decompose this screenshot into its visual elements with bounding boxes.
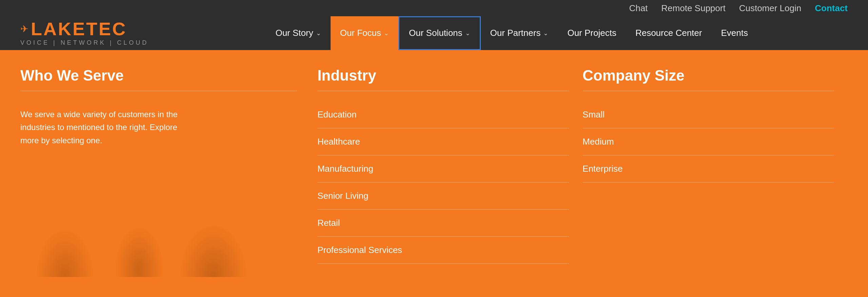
nav-our-solutions[interactable]: Our Solutions ⌄ [398,16,481,50]
list-item[interactable]: Education [317,101,569,128]
list-item[interactable]: Small [583,101,834,128]
industry-column: Industry Education Healthcare Manufactur… [317,67,583,277]
chevron-down-icon: ⌄ [465,29,470,37]
size-medium-link[interactable]: Medium [583,136,614,147]
dropdown-panel: Who We Serve We serve a wide variety of … [0,50,868,297]
logo-tagline: VOICE | NETWORK | CLOUD [20,39,149,46]
nav-our-story[interactable]: Our Story ⌄ [266,16,330,50]
list-item[interactable]: Healthcare [317,128,569,155]
industry-senior-living-link[interactable]: Senior Living [317,191,368,201]
nav-resource-center[interactable]: Resource Center [626,16,712,50]
list-item[interactable]: Senior Living [317,183,569,210]
nav-our-focus[interactable]: Our Focus ⌄ [331,16,398,50]
navbar: ✈ LAKETEC VOICE | NETWORK | CLOUD Our St… [0,16,868,50]
industry-professional-services-link[interactable]: Professional Services [317,245,402,255]
list-item[interactable]: Manufacturing [317,155,569,183]
industry-list: Education Healthcare Manufacturing Senio… [317,101,569,264]
list-item[interactable]: Medium [583,128,834,155]
chevron-down-icon: ⌄ [316,29,321,37]
size-list: Small Medium Enterprise [583,101,834,183]
utility-bar: Chat Remote Support Customer Login Conta… [0,0,868,16]
list-item[interactable]: Enterprise [583,155,834,183]
logo[interactable]: ✈ LAKETEC VOICE | NETWORK | CLOUD [20,20,149,46]
contact-link[interactable]: Contact [815,3,848,14]
customer-login-link[interactable]: Customer Login [739,3,802,14]
logo-plane-icon: ✈ [20,23,28,35]
remote-support-link[interactable]: Remote Support [661,3,725,14]
list-item[interactable]: Professional Services [317,237,569,264]
divider [583,91,834,91]
who-we-serve-title: Who We Serve [20,67,297,84]
industry-healthcare-link[interactable]: Healthcare [317,136,360,147]
industry-manufacturing-link[interactable]: Manufacturing [317,164,373,174]
logo-text: LAKETEC [31,20,127,38]
chevron-down-icon: ⌄ [543,29,548,37]
divider [20,91,297,91]
background-people [20,135,317,277]
industry-title: Industry [317,67,569,84]
industry-education-link[interactable]: Education [317,109,357,120]
company-size-title: Company Size [583,67,834,84]
chat-link[interactable]: Chat [629,3,648,14]
size-enterprise-link[interactable]: Enterprise [583,164,623,174]
company-size-column: Company Size Small Medium Enterprise [583,67,848,277]
chevron-down-icon: ⌄ [384,29,389,37]
industry-retail-link[interactable]: Retail [317,218,340,228]
nav-our-partners[interactable]: Our Partners ⌄ [481,16,558,50]
size-small-link[interactable]: Small [583,109,605,120]
divider [317,91,569,91]
who-we-serve-column: Who We Serve We serve a wide variety of … [20,67,317,277]
nav-events[interactable]: Events [711,16,757,50]
list-item[interactable]: Retail [317,210,569,237]
main-nav: Our Story ⌄ Our Focus ⌄ Our Solutions ⌄ … [176,16,848,50]
nav-our-projects[interactable]: Our Projects [558,16,626,50]
